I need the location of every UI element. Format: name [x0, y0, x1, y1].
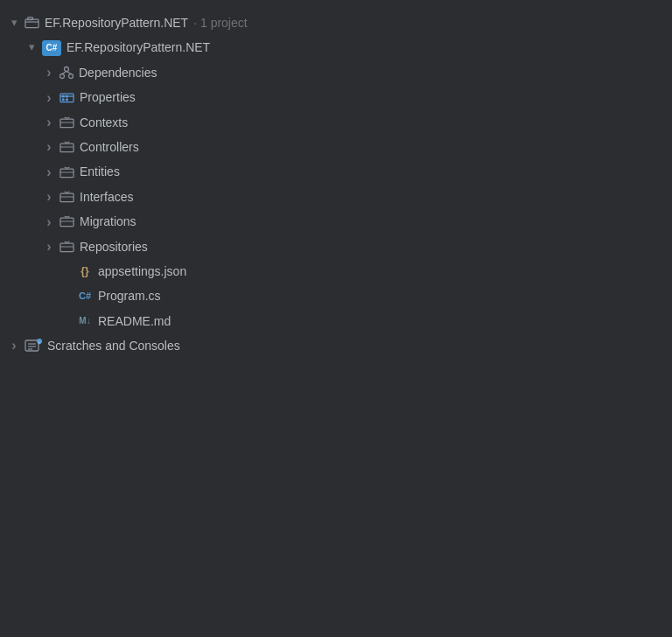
markdown-icon: M↓ [77, 313, 93, 329]
folder-contexts[interactable]: Contexts [0, 110, 672, 135]
folder-entities[interactable]: Entities [0, 159, 672, 184]
controllers-label: Controllers [80, 137, 139, 157]
solution-item[interactable]: EF.RepositoryPattern.NET · 1 project [0, 10, 672, 35]
json-icon: {} [77, 263, 93, 279]
migrations-icon [60, 215, 74, 228]
svg-rect-0 [25, 19, 38, 27]
readme-label: README.md [98, 312, 171, 331]
appsettings-label: appsettings.json [98, 262, 186, 281]
deps-chevron [42, 66, 56, 80]
contexts-icon [60, 116, 74, 129]
repositories-icon [60, 241, 74, 253]
solution-label: EF.RepositoryPattern.NET [45, 13, 188, 32]
entities-chevron [42, 165, 56, 179]
properties-icon [60, 91, 74, 103]
project-label: EF.RepositoryPattern.NET [66, 38, 210, 57]
repositories-label: Repositories [80, 237, 148, 256]
scratches-chevron [7, 339, 21, 353]
solution-meta: · 1 project [193, 13, 247, 32]
svg-text:!: ! [38, 341, 39, 346]
interfaces-label: Interfaces [80, 187, 133, 206]
contexts-label: Contexts [80, 113, 128, 132]
spacer [60, 264, 74, 278]
svg-point-2 [65, 66, 69, 71]
folder-properties[interactable]: Properties [0, 85, 672, 109]
folder-migrations[interactable]: Migrations [0, 209, 672, 234]
file-readme[interactable]: M↓ README.md [0, 309, 672, 333]
entities-icon [60, 166, 74, 178]
svg-rect-17 [60, 243, 74, 251]
solution-icon [24, 17, 39, 29]
svg-line-5 [62, 71, 66, 74]
scratches-item[interactable]: ! Scratches and Consoles [0, 333, 672, 358]
svg-rect-8 [62, 95, 65, 98]
project-chevron [24, 41, 38, 55]
entities-label: Entities [80, 162, 120, 181]
controllers-chevron [42, 140, 56, 154]
solution-chevron [7, 16, 21, 30]
file-program[interactable]: C# Program.cs [0, 284, 672, 308]
svg-line-6 [66, 71, 71, 74]
scratches-label: Scratches and Consoles [47, 336, 180, 355]
csharp-file-icon: C# [77, 288, 93, 304]
spacer2 [60, 289, 74, 303]
dependencies-icon [60, 66, 74, 80]
interfaces-chevron [42, 190, 56, 204]
svg-point-3 [60, 74, 65, 78]
props-chevron [42, 90, 56, 104]
svg-rect-13 [60, 144, 74, 151]
migrations-chevron [42, 214, 56, 228]
spacer3 [60, 314, 74, 328]
controllers-icon [60, 141, 74, 153]
folder-dependencies[interactable]: Dependencies [0, 60, 672, 85]
svg-rect-10 [62, 99, 65, 102]
csharp-project-icon: C# [42, 40, 61, 56]
folder-interfaces[interactable]: Interfaces [0, 185, 672, 209]
scratches-icon: ! [24, 339, 42, 353]
svg-rect-16 [60, 219, 74, 227]
svg-rect-9 [66, 95, 68, 98]
file-appsettings[interactable]: {} appsettings.json [0, 259, 672, 284]
svg-rect-11 [66, 99, 68, 102]
folder-controllers[interactable]: Controllers [0, 135, 672, 159]
migrations-label: Migrations [80, 212, 136, 231]
svg-rect-14 [60, 169, 74, 177]
dependencies-label: Dependencies [79, 63, 158, 82]
svg-rect-15 [60, 193, 74, 201]
contexts-chevron [42, 116, 56, 130]
project-item[interactable]: C# EF.RepositoryPattern.NET [0, 35, 672, 60]
repositories-chevron [42, 240, 56, 254]
svg-rect-12 [60, 119, 74, 127]
program-label: Program.cs [98, 286, 161, 305]
folder-repositories[interactable]: Repositories [0, 234, 672, 259]
svg-rect-1 [28, 18, 33, 20]
svg-point-4 [69, 74, 74, 78]
properties-label: Properties [80, 88, 136, 107]
interfaces-icon [60, 191, 74, 203]
